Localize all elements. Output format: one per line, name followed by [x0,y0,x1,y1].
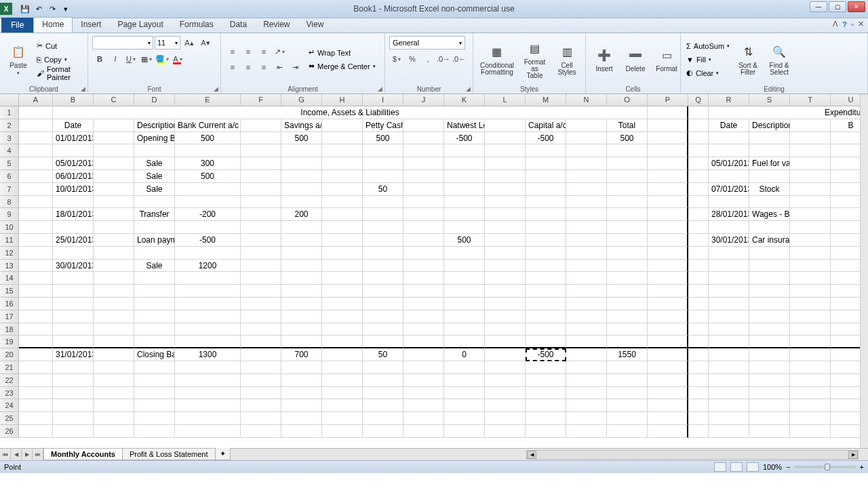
cell-Q11[interactable] [688,234,709,247]
cell-O8[interactable] [607,196,648,209]
cell-E8[interactable] [175,196,241,209]
cell-A16[interactable] [19,298,53,310]
cell-L17[interactable] [485,310,526,323]
cell-E5[interactable]: 300 [175,157,241,170]
sort-filter-button[interactable]: ⇅Sort & Filter [734,42,762,77]
cell-L10[interactable] [485,221,526,234]
cell-Q5[interactable] [688,157,709,170]
cell-Q24[interactable] [688,399,709,412]
cell-T12[interactable] [790,247,831,260]
cell-M9[interactable] [526,208,566,221]
save-icon[interactable]: 💾 [19,3,31,15]
col-header-D[interactable]: D [134,94,175,106]
cell-Q22[interactable] [688,374,709,387]
align-bottom-icon[interactable]: ≡ [256,45,271,58]
cell-G14[interactable] [281,272,322,285]
cell-N14[interactable] [566,272,607,285]
cell-P15[interactable] [648,285,688,298]
cell-A26[interactable] [19,425,53,438]
cell-B17[interactable] [53,310,94,323]
cell-B15[interactable] [53,285,94,298]
undo-icon[interactable]: ↶ [33,3,45,15]
cell-F7[interactable] [241,183,281,196]
cell-G5[interactable] [281,157,322,170]
cell-G12[interactable] [281,247,322,260]
cell-B5[interactable]: 05/01/2013 [53,157,94,170]
cell-C20[interactable] [94,348,134,361]
cell-L18[interactable] [485,323,526,336]
cell-F16[interactable] [241,298,281,310]
cell-H24[interactable] [322,399,363,412]
cell-Q2[interactable] [688,119,709,132]
cell-D3[interactable]: Opening Balances [134,132,175,145]
cell-T18[interactable] [790,323,831,336]
cell-N18[interactable] [566,323,607,336]
cell-Q16[interactable] [688,298,709,310]
col-header-O[interactable]: O [607,94,648,106]
cell-M18[interactable] [526,323,566,336]
col-header-E[interactable]: E [175,94,241,106]
row-header-1[interactable]: 1 [0,106,19,119]
cell-F4[interactable] [241,144,281,157]
cell-D10[interactable] [134,221,175,234]
cell-P13[interactable] [648,260,688,272]
cell-C11[interactable] [94,234,134,247]
cell-A7[interactable] [19,183,53,196]
cell-E3[interactable]: 500 [175,132,241,145]
align-center-icon[interactable]: ≡ [241,60,256,74]
cell-S13[interactable] [749,260,790,272]
cell-O7[interactable] [607,183,648,196]
cell-C12[interactable] [94,247,134,260]
cell-E26[interactable] [175,425,241,438]
cell-P5[interactable] [648,157,688,170]
cell-I25[interactable] [363,412,403,425]
cell-L24[interactable] [485,399,526,412]
cell-N7[interactable] [566,183,607,196]
cell-F10[interactable] [241,221,281,234]
cell-M25[interactable] [526,412,566,425]
cell-K23[interactable] [444,387,485,400]
cell-H26[interactable] [322,425,363,438]
row-header-20[interactable]: 20 [0,348,19,361]
cell-D13[interactable]: Sale [134,260,175,272]
row-header-14[interactable]: 14 [0,272,19,285]
cell-J24[interactable] [403,399,444,412]
cell-Q9[interactable] [688,208,709,221]
cell-O12[interactable] [607,247,648,260]
qat-more-icon[interactable]: ▾ [60,3,72,15]
cell-K6[interactable] [444,170,485,183]
select-all-corner[interactable] [0,94,19,106]
tab-insert[interactable]: Insert [73,18,109,33]
cell-I11[interactable] [363,234,403,247]
cell-H13[interactable] [322,260,363,272]
col-header-I[interactable]: I [363,94,403,106]
cell-R14[interactable] [709,272,749,285]
cell-T26[interactable] [790,425,831,438]
maximize-button[interactable]: ▢ [829,1,846,12]
cell-R20[interactable] [709,348,749,361]
cell-P19[interactable] [648,336,688,348]
cell-S23[interactable] [749,387,790,400]
cell-I18[interactable] [363,323,403,336]
cell-E7[interactable] [175,183,241,196]
cell-T13[interactable] [790,260,831,272]
cell-H20[interactable] [322,348,363,361]
cell-K18[interactable] [444,323,485,336]
cell-B25[interactable] [53,412,94,425]
cell-T2[interactable] [790,119,831,132]
cell-F18[interactable] [241,323,281,336]
cell-A13[interactable] [19,260,53,272]
cell-K13[interactable] [444,260,485,272]
cell-B19[interactable] [53,336,94,348]
cell-S16[interactable] [749,298,790,310]
cell-N22[interactable] [566,374,607,387]
row-header-8[interactable]: 8 [0,196,19,209]
cell-F20[interactable] [241,348,281,361]
cell-G16[interactable] [281,298,322,310]
cell-B2[interactable]: Date [53,119,94,132]
col-header-M[interactable]: M [526,94,566,106]
cell-G21[interactable] [281,361,322,374]
cell-A19[interactable] [19,336,53,348]
cell-D23[interactable] [134,387,175,400]
cell-B10[interactable] [53,221,94,234]
